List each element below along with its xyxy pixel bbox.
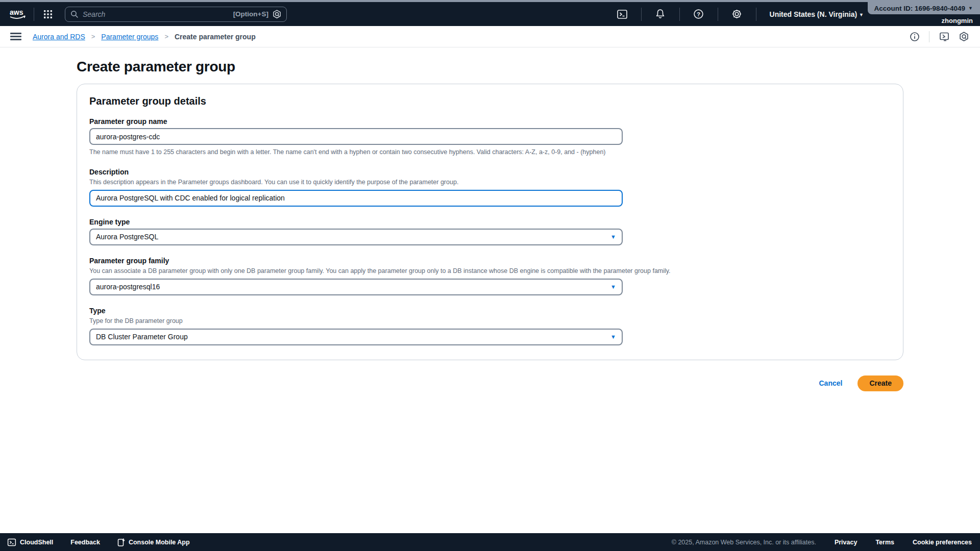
services-grid-icon[interactable] (43, 10, 53, 19)
breadcrumb-bar: Aurora and RDS > Parameter groups > Crea… (0, 26, 980, 47)
breadcrumb: Aurora and RDS > Parameter groups > Crea… (33, 33, 256, 41)
new-window-panel-icon[interactable] (939, 32, 950, 42)
settings-gear-icon[interactable] (731, 8, 743, 20)
footer-terms-link[interactable]: Terms (875, 539, 894, 546)
side-menu-hamburger-icon[interactable] (10, 33, 21, 40)
footer-bar: CloudShell Feedback Console Mobile App ©… (0, 533, 980, 551)
footer-copyright: © 2025, Amazon Web Services, Inc. or its… (672, 539, 816, 546)
nav-divider (718, 8, 718, 21)
create-button[interactable]: Create (857, 375, 903, 391)
footer-feedback[interactable]: Feedback (70, 539, 100, 546)
parameter-group-name-input[interactable] (89, 128, 623, 145)
nav-divider (756, 8, 756, 21)
help-icon[interactable]: ? (693, 8, 705, 20)
page-title: Create parameter group (77, 59, 980, 75)
description-input[interactable] (89, 190, 623, 207)
chevron-down-icon: ▼ (610, 284, 616, 290)
cancel-button[interactable]: Cancel (819, 379, 842, 387)
name-helper-text: The name must have 1 to 255 characters a… (89, 148, 891, 157)
cloudshell-terminal-icon[interactable] (616, 8, 628, 20)
field-type: Type Type for the DB parameter group DB … (89, 307, 891, 345)
svg-text:aws: aws (10, 8, 23, 16)
family-value: aurora-postgresql16 (96, 283, 160, 291)
chevron-down-icon: ▼ (968, 6, 973, 11)
amazon-q-icon (273, 10, 281, 19)
username-label[interactable]: zhongmin (942, 17, 973, 24)
field-engine-type: Engine type Aurora PostgreSQL ▼ (89, 218, 891, 245)
engine-type-value: Aurora PostgreSQL (96, 233, 158, 241)
type-helper-text: Type for the DB parameter group (89, 317, 891, 325)
field-parameter-group-family: Parameter group family You can associate… (89, 257, 891, 295)
footer-cookie-preferences-link[interactable]: Cookie preferences (913, 539, 972, 546)
region-selector[interactable]: United States (N. Virginia) ▼ (770, 10, 864, 18)
chevron-down-icon: ▼ (610, 334, 616, 340)
window-top-strip (0, 0, 980, 2)
field-parameter-group-name: Parameter group name The name must have … (89, 117, 891, 157)
breadcrumb-separator: > (164, 33, 168, 40)
name-label: Parameter group name (89, 117, 891, 126)
info-icon[interactable] (910, 32, 920, 42)
parameter-group-family-select[interactable]: aurora-postgresql16 ▼ (89, 279, 623, 295)
engine-type-select[interactable]: Aurora PostgreSQL ▼ (89, 229, 623, 245)
nav-divider (34, 8, 34, 21)
nav-divider (641, 8, 642, 21)
global-search-input[interactable]: Search [Option+S] (65, 7, 287, 22)
type-label: Type (89, 307, 891, 315)
nav-divider (679, 8, 680, 21)
divider (929, 31, 929, 42)
type-value: DB Cluster Parameter Group (96, 333, 188, 341)
breadcrumb-current-page: Create parameter group (175, 33, 256, 41)
form-actions: Cancel Create (77, 375, 903, 391)
cloudshell-terminal-icon (7, 538, 16, 547)
family-helper-text: You can associate a DB parameter group w… (89, 267, 891, 276)
svg-text:?: ? (697, 11, 700, 17)
family-label: Parameter group family (89, 257, 891, 265)
field-description: Description This description appears in … (89, 168, 891, 207)
section-title: Parameter group details (89, 95, 891, 107)
top-nav: aws Search [Option+S] (0, 2, 980, 26)
engine-type-label: Engine type (89, 218, 891, 226)
footer-console-mobile-app[interactable]: Console Mobile App (117, 538, 190, 546)
account-id-badge[interactable]: Account ID: 1696-9840-4049 ▼ (868, 2, 980, 14)
chevron-down-icon: ▼ (859, 12, 864, 17)
search-icon (70, 10, 79, 18)
parameter-group-details-card: Parameter group details Parameter group … (77, 84, 903, 360)
breadcrumb-link-parameter-groups[interactable]: Parameter groups (101, 33, 158, 41)
amazon-q-icon[interactable] (959, 32, 969, 42)
main-content: Create parameter group Parameter group d… (0, 47, 980, 391)
footer-cloudshell[interactable]: CloudShell (7, 538, 53, 547)
description-helper-text: This description appears in the Paramete… (89, 178, 891, 187)
search-shortcut-hint: [Option+S] (233, 10, 268, 18)
mobile-app-icon (117, 538, 125, 546)
breadcrumb-separator: > (91, 33, 95, 40)
type-select[interactable]: DB Cluster Parameter Group ▼ (89, 329, 623, 345)
notifications-bell-icon[interactable] (654, 8, 667, 20)
footer-privacy-link[interactable]: Privacy (835, 539, 857, 546)
search-placeholder: Search (83, 10, 233, 18)
chevron-down-icon: ▼ (610, 234, 616, 240)
aws-logo-icon[interactable]: aws (8, 8, 28, 21)
description-label: Description (89, 168, 891, 176)
breadcrumb-link-aurora-rds[interactable]: Aurora and RDS (33, 33, 85, 41)
